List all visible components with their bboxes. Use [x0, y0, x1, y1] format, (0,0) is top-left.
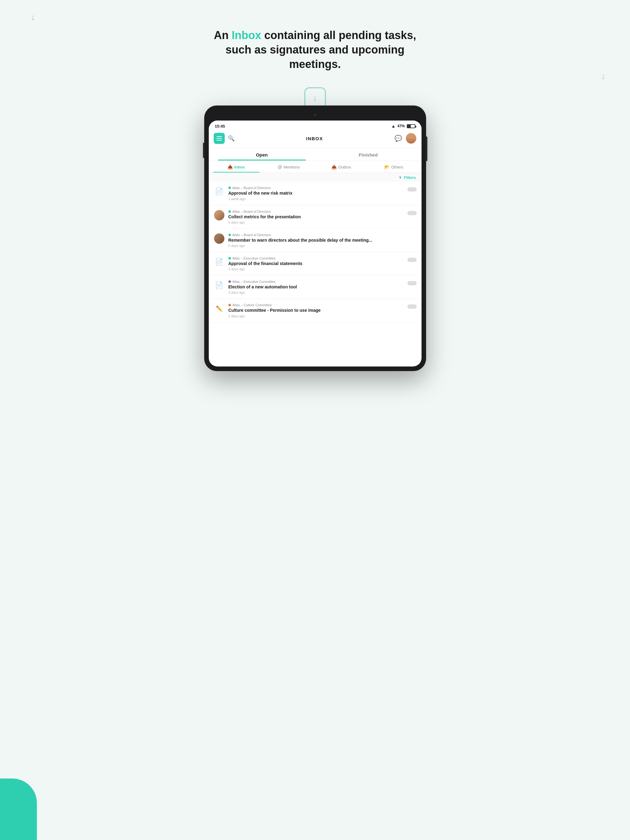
tablet-camera — [314, 114, 317, 117]
inbox-item-4[interactable]: 📄 Atlas – Executive Committee Approval o… — [209, 252, 422, 275]
item-5-org-label: Atlas – Executive Committee — [232, 280, 276, 284]
tablet-side-btn-left — [203, 143, 204, 158]
item-2-avatar-img — [214, 210, 224, 221]
inbox-icon: 📥 — [227, 164, 233, 169]
item-3-content: Atlas – Board of Directors Remember to w… — [229, 233, 417, 248]
item-4-org-label: Atlas – Executive Committee — [232, 256, 276, 260]
top-arrow-icon: ↓ — [31, 12, 35, 22]
battery-icon — [407, 124, 415, 128]
hero-highlight: Inbox — [232, 29, 261, 41]
item-4-icon-area: 📄 — [214, 256, 225, 267]
item-2-content: Atlas – Board of Directors Collect metri… — [229, 210, 404, 224]
item-6-org: Atlas – Culture Committee — [229, 303, 404, 307]
item-1-title: Approval of the new risk matrix — [229, 190, 404, 196]
search-icon[interactable]: 🔍 — [228, 135, 235, 142]
inbox-item-6[interactable]: ✏️ Atlas – Culture Committee Culture com… — [209, 299, 422, 322]
pen-icon-6: ✏️ — [216, 305, 223, 312]
tab-finished[interactable]: Finished — [315, 148, 422, 161]
item-1-org: Atlas – Board of Directors — [229, 186, 404, 190]
doc-icon-4: 📄 — [215, 258, 223, 266]
item-6-org-label: Atlas – Culture Committee — [232, 303, 272, 307]
item-1-dot — [229, 186, 231, 189]
menu-line-1 — [216, 136, 222, 137]
item-2-dot — [229, 210, 231, 213]
item-2-org-label: Atlas – Board of Directors — [232, 210, 271, 213]
item-4-dot — [229, 257, 231, 259]
item-5-content: Atlas – Executive Committee Election of … — [229, 280, 404, 294]
item-3-dot — [229, 234, 231, 236]
filter-row: ▼ Filters — [209, 173, 422, 182]
subtab-outbox-label: Outbox — [338, 165, 351, 169]
battery-pct: 47% — [397, 124, 405, 128]
item-2-time: 5 days ago — [229, 221, 404, 224]
avatar[interactable] — [406, 133, 416, 144]
item-4-content: Atlas – Executive Committee Approval of … — [229, 256, 404, 271]
chat-icon[interactable]: 💬 — [395, 135, 402, 142]
avatar-face — [406, 133, 416, 144]
item-2-avatar — [214, 210, 224, 221]
others-icon: 📂 — [384, 164, 390, 169]
item-4-time: 3 days ago — [229, 267, 404, 271]
hero-text: An Inbox containing all pending tasks, s… — [208, 28, 423, 71]
subtab-others[interactable]: 📂 Others — [368, 161, 420, 172]
item-4-toggle[interactable] — [407, 257, 417, 262]
item-5-icon-area: 📄 — [214, 280, 225, 291]
item-6-content: Atlas – Culture Committee Culture commit… — [229, 303, 404, 317]
item-3-icon-area — [214, 233, 225, 244]
tablet-wrapper: 15:45 ▲ 47% 🔍 — [204, 106, 426, 371]
item-3-title: Remember to warn directors about the pos… — [229, 237, 417, 243]
item-6-icon-area: ✏️ — [214, 303, 225, 314]
tab-open[interactable]: Open — [209, 148, 315, 161]
subtab-others-label: Others — [391, 165, 403, 169]
item-2-icon-area — [214, 210, 225, 221]
status-bar: 15:45 ▲ 47% — [209, 120, 422, 130]
item-6-dot — [229, 304, 231, 306]
item-1-org-label: Atlas – Board of Directors — [232, 186, 271, 190]
item-3-avatar — [214, 234, 224, 244]
item-1-toggle[interactable] — [407, 187, 417, 191]
tab-open-label: Open — [256, 152, 267, 158]
subtab-mentions[interactable]: @ Mentions — [262, 161, 315, 172]
item-3-avatar-img — [214, 234, 224, 244]
main-tabs: Open Finished — [209, 148, 422, 161]
inbox-item-2[interactable]: Atlas – Board of Directors Collect metri… — [209, 205, 422, 229]
mentions-icon: @ — [278, 164, 282, 169]
item-3-time: 5 days ago — [229, 244, 417, 248]
inbox-item-5[interactable]: 📄 Atlas – Executive Committee Election o… — [209, 275, 422, 299]
inbox-list: 📄 Atlas – Board of Directors Approval of… — [209, 182, 422, 322]
item-2-org: Atlas – Board of Directors — [229, 210, 404, 213]
app-header-right: 💬 — [395, 133, 416, 144]
status-bar-right: ▲ 47% — [392, 123, 415, 128]
item-6-title: Culture committee - Permission to use im… — [229, 308, 404, 313]
item-2-toggle[interactable] — [407, 211, 417, 215]
doc-icon-5: 📄 — [215, 281, 223, 289]
item-5-org: Atlas – Executive Committee — [229, 280, 404, 284]
inbox-item-1[interactable]: 📄 Atlas – Board of Directors Approval of… — [209, 182, 422, 205]
item-4-org: Atlas – Executive Committee — [229, 256, 404, 260]
subtab-inbox[interactable]: 📥 Inbox — [210, 161, 262, 172]
menu-line-3 — [216, 140, 222, 141]
item-5-toggle[interactable] — [407, 281, 417, 285]
doc-icon: 📄 — [215, 188, 223, 196]
status-time: 15:45 — [215, 124, 225, 128]
tablet-top-bar — [209, 111, 422, 119]
item-1-icon-area: 📄 — [214, 186, 225, 197]
filters-button[interactable]: ▼ Filters — [398, 175, 416, 180]
app-header: 🔍 INBOX 💬 — [209, 130, 422, 148]
outbox-icon: 📤 — [332, 164, 337, 169]
subtab-outbox[interactable]: 📤 Outbox — [315, 161, 368, 172]
subtab-mentions-label: Mentions — [284, 165, 300, 169]
app-header-left: 🔍 — [214, 133, 235, 144]
menu-button[interactable] — [214, 133, 225, 144]
item-1-time: 1 week ago — [229, 197, 404, 201]
tablet-frame: 15:45 ▲ 47% 🔍 — [204, 106, 426, 371]
inbox-item-3[interactable]: Atlas – Board of Directors Remember to w… — [209, 229, 422, 252]
menu-line-2 — [216, 138, 222, 139]
item-6-toggle[interactable] — [407, 305, 417, 309]
item-3-org-label: Atlas – Board of Directors — [232, 233, 271, 237]
item-6-time: 2 days ago — [229, 314, 404, 318]
tab-finished-label: Finished — [359, 152, 378, 158]
app-title: INBOX — [306, 136, 323, 141]
item-3-org: Atlas – Board of Directors — [229, 233, 417, 237]
wifi-icon: ▲ — [392, 123, 396, 128]
